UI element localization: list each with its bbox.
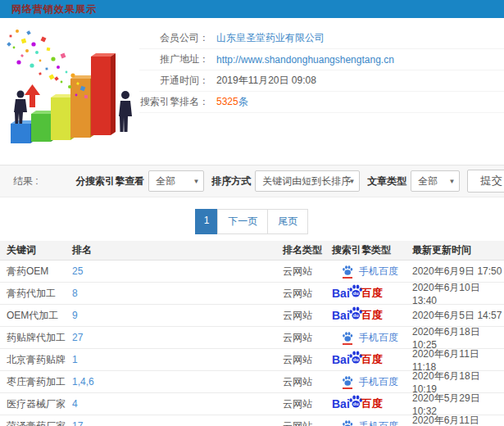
- mobile-baidu-logo: 手机百度: [342, 331, 398, 345]
- info-label: 搜索引擎排名：: [139, 95, 209, 109]
- page-title: 网络营销效果展示: [11, 2, 97, 16]
- rank-type-cell: 云网站: [283, 331, 332, 345]
- rank-type-cell: 云网站: [283, 375, 332, 389]
- mobile-baidu-logo: 手机百度: [342, 375, 398, 389]
- info-link[interactable]: 山东皇圣堂药业有限公司: [216, 31, 325, 45]
- rank-type-cell: 云网站: [283, 309, 332, 323]
- baidu-cn-text: 百度: [361, 352, 383, 367]
- engine-select[interactable]: 全部▼: [148, 170, 204, 192]
- rank-type-cell: 云网站: [283, 265, 332, 279]
- results-table: 关键词排名排名类型搜索引擎类型最新更新时间 膏药OEM25云网站手机百度2020…: [0, 241, 504, 426]
- up-arrow: [25, 84, 40, 107]
- mobile-baidu-icon: [342, 265, 354, 279]
- rank-link[interactable]: 1,4,6: [72, 376, 94, 387]
- svg-text:du: du: [353, 401, 359, 406]
- table-row: 膏药OEM25云网站手机百度2020年6月9日 17:50: [0, 261, 504, 283]
- info-link[interactable]: http://www.shandonghuangshengtang.cn: [216, 54, 394, 66]
- mobile-baidu-icon: [342, 331, 354, 345]
- engine-cell: Baidu百度: [332, 308, 412, 323]
- svg-text:du: du: [353, 313, 359, 318]
- baidu-paw-icon: [342, 375, 353, 387]
- rank-link[interactable]: 4: [72, 398, 78, 410]
- sort-select[interactable]: 关键词由短到长排序▼: [255, 170, 360, 192]
- mobile-baidu-text: 手机百度: [359, 375, 398, 389]
- mobile-baidu-underline: [343, 277, 352, 279]
- chevron-down-icon: ▼: [448, 172, 455, 192]
- table-header: 关键词排名排名类型搜索引擎类型最新更新时间: [0, 241, 504, 261]
- engine-cell: 手机百度: [332, 265, 412, 279]
- rank-cell: 8: [72, 288, 283, 299]
- bar-red: [91, 53, 116, 135]
- rank-cell: 17: [72, 420, 283, 426]
- result-label: 结果 :: [13, 174, 39, 188]
- table-row: 枣庄膏药加工1,4,6云网站手机百度2020年6月18日 10:19: [0, 371, 504, 393]
- baidu-cn-text: 百度: [361, 397, 383, 411]
- keyword-cell: 医疗器械厂家: [0, 397, 72, 411]
- baidu-latin-text: Bai: [332, 353, 350, 366]
- baidu-logo: Baidu百度: [332, 286, 383, 301]
- table-body: 膏药OEM25云网站手机百度2020年6月9日 17:50膏药代加工8云网站Ba…: [0, 261, 504, 426]
- mobile-baidu-underline: [343, 387, 352, 389]
- column-header: 搜索引擎类型: [332, 243, 412, 257]
- baidu-logo: Baidu百度: [332, 352, 383, 367]
- page-current[interactable]: 1: [195, 209, 219, 234]
- keyword-cell: 北京膏药贴牌: [0, 353, 72, 367]
- mobile-baidu-text: 手机百度: [359, 331, 398, 345]
- bar-chart-illustration: [4, 25, 139, 154]
- baidu-latin-text: Bai: [332, 287, 350, 300]
- rank-cell: 27: [72, 332, 283, 343]
- baidu-logo: Baidu百度: [332, 308, 383, 323]
- updated-cell: 2020年6月9日 17:50: [412, 265, 504, 279]
- engine-cell: Baidu百度: [332, 397, 412, 411]
- column-header: 最新更新时间: [412, 243, 504, 257]
- mobile-baidu-icon: [342, 419, 354, 426]
- pagination: 1 下一页 尾页: [0, 209, 504, 234]
- svg-text:du: du: [353, 357, 359, 362]
- keyword-cell: 药贴牌代加工: [0, 331, 72, 345]
- info-row: 开通时间：2019年11月20日 09:08: [139, 70, 504, 92]
- keyword-cell: 膏药代加工: [0, 287, 72, 301]
- rank-type-cell: 云网站: [283, 397, 332, 411]
- page-last[interactable]: 尾页: [267, 209, 308, 234]
- rank-cell: 9: [72, 310, 283, 321]
- rank-count: 5325: [216, 96, 238, 107]
- rank-cell: 25: [72, 265, 283, 277]
- info-row: 会员公司：山东皇圣堂药业有限公司: [139, 28, 504, 49]
- baidu-paw-icon: [342, 265, 353, 276]
- baidu-cn-text: 百度: [361, 286, 383, 301]
- keyword-cell: 膏药OEM: [0, 265, 72, 279]
- info-label: 会员公司：: [139, 31, 209, 45]
- submit-button[interactable]: 提交: [467, 170, 504, 193]
- keyword-cell: 枣庄膏药加工: [0, 375, 72, 389]
- chevron-down-icon: ▼: [193, 172, 199, 192]
- article-select[interactable]: 全部▼: [411, 170, 460, 192]
- sort-filter-label: 排序方式: [211, 174, 251, 188]
- updated-cell: 2020年6月11日 11:40: [412, 414, 504, 426]
- article-filter-label: 文章类型: [367, 174, 406, 188]
- baidu-paw-icon: [342, 419, 353, 426]
- table-row: 北京膏药贴牌1云网站Baidu百度2020年6月11日 11:18: [0, 349, 504, 371]
- engine-cell: 手机百度: [332, 331, 412, 345]
- table-row: 药贴牌代加工27云网站手机百度2020年6月18日 10:25: [0, 327, 504, 349]
- baidu-logo: Baidu百度: [332, 397, 383, 411]
- rank-cell: 4: [72, 398, 283, 410]
- keyword-cell: 菏泽膏药厂家: [0, 419, 72, 426]
- rank-count-value: 5325条: [216, 95, 248, 109]
- rank-link[interactable]: 9: [72, 310, 78, 321]
- table-row: OEM代加工9云网站Baidu百度2020年6月5日 14:57: [0, 305, 504, 327]
- column-header: 关键词: [0, 243, 72, 257]
- chevron-down-icon: ▼: [348, 172, 355, 192]
- rank-link[interactable]: 8: [72, 288, 78, 299]
- page-next[interactable]: 下一页: [217, 209, 268, 234]
- rank-type-cell: 云网站: [283, 419, 332, 426]
- engine-cell: Baidu百度: [332, 286, 412, 301]
- baidu-latin-text: Bai: [332, 309, 350, 322]
- rank-link[interactable]: 25: [72, 265, 83, 277]
- engine-cell: Baidu百度: [332, 352, 412, 367]
- svg-text:du: du: [353, 291, 359, 296]
- table-row: 膏药代加工8云网站Baidu百度2020年6月10日 13:40: [0, 283, 504, 305]
- top-bar: 网络营销效果展示: [0, 0, 504, 18]
- rank-link[interactable]: 27: [72, 332, 83, 343]
- rank-link[interactable]: 17: [72, 420, 83, 426]
- rank-link[interactable]: 1: [72, 354, 78, 365]
